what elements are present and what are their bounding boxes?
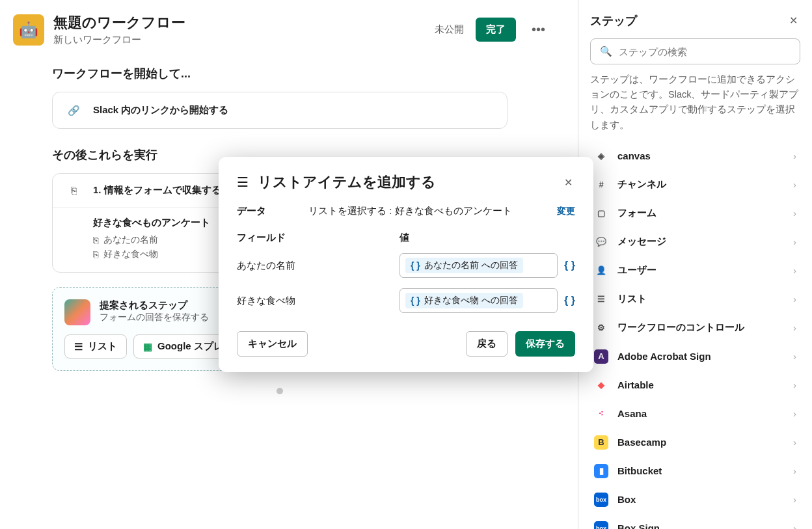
save-button[interactable]: 保存する	[515, 331, 575, 357]
close-modal-button[interactable]: ✕	[562, 174, 575, 191]
variable-chip-2[interactable]: { }好きな食べ物 への回答	[405, 293, 523, 308]
modal-overlay: ☰ リストアイテムを追加する ✕ データ リストを選択する : 好きな食べものア…	[0, 0, 812, 529]
data-label: データ	[237, 205, 295, 217]
variable-chip-1[interactable]: { }あなたの名前 への回答	[405, 258, 523, 273]
field-name-2: 好きな食べ物	[237, 295, 399, 307]
field-header: フィールド	[237, 232, 399, 244]
value-input-1[interactable]: { }あなたの名前 への回答	[399, 253, 558, 278]
modal-title: リストアイテムを追加する	[258, 172, 552, 192]
cancel-button[interactable]: キャンセル	[237, 331, 308, 357]
insert-variable-button-1[interactable]: { }	[564, 260, 575, 271]
add-list-item-modal: ☰ リストアイテムを追加する ✕ データ リストを選択する : 好きな食べものア…	[219, 157, 593, 372]
field-name-1: あなたの名前	[237, 260, 399, 272]
list-step-icon: ☰	[237, 174, 249, 190]
selected-list-text: リストを選択する : 好きな食べものアンケート	[308, 205, 544, 217]
insert-variable-button-2[interactable]: { }	[564, 295, 575, 306]
change-list-link[interactable]: 変更	[557, 206, 575, 217]
value-input-2[interactable]: { }好きな食べ物 への回答	[399, 288, 558, 313]
value-header: 値	[399, 232, 409, 244]
back-button[interactable]: 戻る	[466, 331, 508, 357]
